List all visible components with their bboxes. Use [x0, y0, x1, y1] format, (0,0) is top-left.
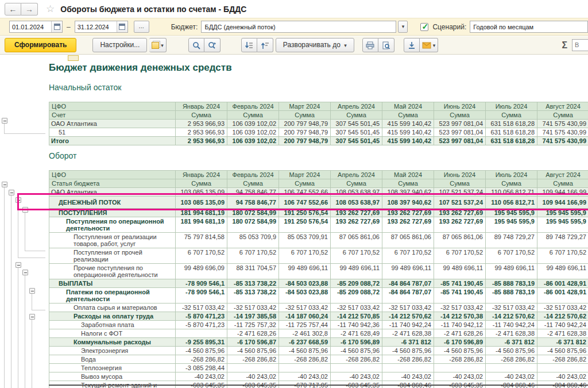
- value-cell[interactable]: 193 262 727,69: [331, 209, 382, 217]
- value-cell[interactable]: -32 517 033,42: [176, 304, 227, 312]
- value-cell[interactable]: [486, 364, 537, 372]
- value-cell[interactable]: -6 170 596,89: [331, 338, 382, 347]
- value-cell[interactable]: 99 489 696,11: [434, 264, 486, 279]
- favorite-star-icon[interactable]: ☆: [46, 3, 55, 15]
- value-cell[interactable]: -85 741 190,45: [434, 288, 486, 304]
- value-cell[interactable]: 108 397 940,62: [382, 197, 434, 209]
- value-cell[interactable]: -84 864 787,07: [382, 288, 434, 304]
- period-from-input[interactable]: [10, 21, 51, 32]
- value-cell[interactable]: -14 187 060,24: [279, 312, 331, 321]
- value-cell[interactable]: 2 953 966,93: [176, 137, 227, 145]
- value-cell[interactable]: -6 371 812: [537, 338, 588, 347]
- value-cell[interactable]: -32 517 033,42: [486, 304, 537, 312]
- value-cell[interactable]: -85 313 738,22: [227, 288, 279, 304]
- value-cell[interactable]: -4 560 875,96: [331, 347, 382, 355]
- value-cell[interactable]: -14 212 570,85: [331, 312, 382, 321]
- value-cell[interactable]: -268 286,82: [227, 355, 279, 364]
- row-label-cell[interactable]: Вода: [49, 355, 176, 364]
- value-cell[interactable]: 103 085 135,09: [176, 197, 227, 209]
- row-label-cell[interactable]: Электроэнергия: [49, 347, 176, 355]
- row-label-cell[interactable]: Прочие поступления по операционной деяте…: [49, 264, 176, 279]
- value-cell[interactable]: 89 748 729,27: [486, 233, 537, 248]
- value-cell[interactable]: -9 255 895,31: [176, 338, 227, 347]
- value-cell[interactable]: 191 250 576,54: [279, 209, 331, 217]
- outline-collapse-button[interactable]: [9, 190, 14, 195]
- value-cell[interactable]: 2 953 966,93: [176, 120, 227, 128]
- period-more-button[interactable]: ...: [134, 21, 149, 33]
- calendar-button[interactable]: [117, 21, 127, 32]
- value-cell[interactable]: 415 599 140,42: [382, 120, 434, 128]
- row-label-cell[interactable]: 51: [49, 128, 176, 137]
- value-cell[interactable]: -6 237 668,59: [279, 338, 331, 347]
- value-cell[interactable]: 106 747 552,66: [279, 188, 331, 197]
- row-label-cell[interactable]: Вывоз мусора: [49, 372, 176, 381]
- value-cell[interactable]: -86 001 428,91: [537, 288, 588, 304]
- row-label-cell[interactable]: ВЫПЛАТЫ: [49, 279, 176, 288]
- value-cell[interactable]: -84 503 023,88: [279, 279, 331, 288]
- save-file-button[interactable]: [404, 38, 420, 52]
- forward-button[interactable]: →: [21, 3, 38, 16]
- value-cell[interactable]: 200 797 948,79: [279, 120, 331, 128]
- value-cell[interactable]: -2 471 628,26: [434, 329, 486, 338]
- value-cell[interactable]: 193 262 727,69: [382, 209, 434, 217]
- value-cell[interactable]: -3 085 298,44: [176, 364, 227, 372]
- value-cell[interactable]: 6 707 170,52: [382, 248, 434, 264]
- value-cell[interactable]: 110 056 812,71: [486, 197, 537, 209]
- budget-input[interactable]: [201, 21, 396, 33]
- value-cell[interactable]: 94 758 846,77: [227, 188, 279, 197]
- outline-collapse-button[interactable]: [22, 270, 28, 275]
- search-next-button[interactable]: [204, 38, 220, 52]
- value-cell[interactable]: 191 250 576,54: [279, 217, 331, 233]
- value-cell[interactable]: 87 065 861,06: [434, 233, 486, 248]
- value-cell[interactable]: -14 212 570,62: [537, 312, 588, 321]
- value-cell[interactable]: 195 945 595,9: [486, 209, 537, 217]
- row-label-cell[interactable]: Расходы на оплату труда: [49, 312, 176, 321]
- value-cell[interactable]: [279, 364, 331, 372]
- value-cell[interactable]: 193 262 727,69: [382, 217, 434, 233]
- value-cell[interactable]: 195 945 595,9: [537, 209, 588, 217]
- back-button[interactable]: ←: [5, 3, 21, 16]
- print-button[interactable]: [362, 38, 378, 52]
- value-cell[interactable]: 99 489 696,11: [486, 264, 537, 279]
- outline-collapse-button[interactable]: [22, 207, 28, 213]
- outline-collapse-button[interactable]: [2, 118, 7, 124]
- outline-collapse-button[interactable]: [16, 197, 21, 203]
- value-cell[interactable]: 523 997 081,04: [434, 137, 486, 145]
- value-cell[interactable]: 87 065 861,06: [382, 233, 434, 248]
- value-cell[interactable]: [382, 364, 434, 372]
- value-cell[interactable]: 6 707 170,52: [176, 248, 227, 264]
- value-cell[interactable]: -84 503 023,88: [279, 288, 331, 304]
- value-cell[interactable]: -85 741 190,45: [434, 279, 486, 288]
- value-cell[interactable]: -32 517 033,42: [434, 304, 486, 312]
- value-cell[interactable]: 6 707 170,52: [227, 248, 279, 264]
- value-cell[interactable]: 6 707 170,52: [537, 248, 588, 264]
- value-cell[interactable]: 107 521 537,24: [434, 188, 486, 197]
- period-from-field[interactable]: [9, 21, 63, 33]
- value-cell[interactable]: 99 489 696,11: [331, 264, 382, 279]
- value-cell[interactable]: 193 262 727,69: [434, 217, 486, 233]
- value-cell[interactable]: -4 560 875,96: [382, 347, 434, 355]
- value-cell[interactable]: 109 944 166,99: [537, 188, 588, 197]
- value-cell[interactable]: -32 517 033,42: [279, 304, 331, 312]
- value-cell[interactable]: 99 489 696,11: [537, 264, 588, 279]
- settings-button[interactable]: Настройки...: [92, 38, 147, 52]
- value-cell[interactable]: 75 797 814,58: [176, 233, 227, 248]
- value-cell[interactable]: -11 740 942,36: [331, 321, 382, 329]
- value-cell[interactable]: -268 286,82: [382, 355, 434, 364]
- scenario-input[interactable]: [470, 21, 588, 33]
- row-label-cell[interactable]: Поступления по операционной деятельности: [49, 217, 176, 233]
- row-label-cell[interactable]: Итого: [49, 137, 176, 145]
- expand-to-button[interactable]: Разворачивать до ▾: [276, 38, 354, 52]
- value-cell[interactable]: -5 870 471,23: [176, 312, 227, 321]
- value-cell[interactable]: -11 740 942,24: [537, 321, 588, 329]
- value-cell[interactable]: -40 243,02: [279, 372, 331, 381]
- value-cell[interactable]: [537, 364, 588, 372]
- value-cell[interactable]: 181 994 681,19: [176, 217, 227, 233]
- value-cell[interactable]: 193 262 727,69: [434, 209, 486, 217]
- value-cell[interactable]: 99 489 696,11: [382, 264, 434, 279]
- value-cell[interactable]: -268 286,82: [331, 355, 382, 364]
- value-cell[interactable]: -85 209 088,72: [331, 288, 382, 304]
- value-cell[interactable]: 631 518 618,28: [486, 128, 537, 137]
- value-cell[interactable]: -4 560 875,96: [434, 347, 486, 355]
- value-cell[interactable]: -2 471 628,38: [486, 329, 537, 338]
